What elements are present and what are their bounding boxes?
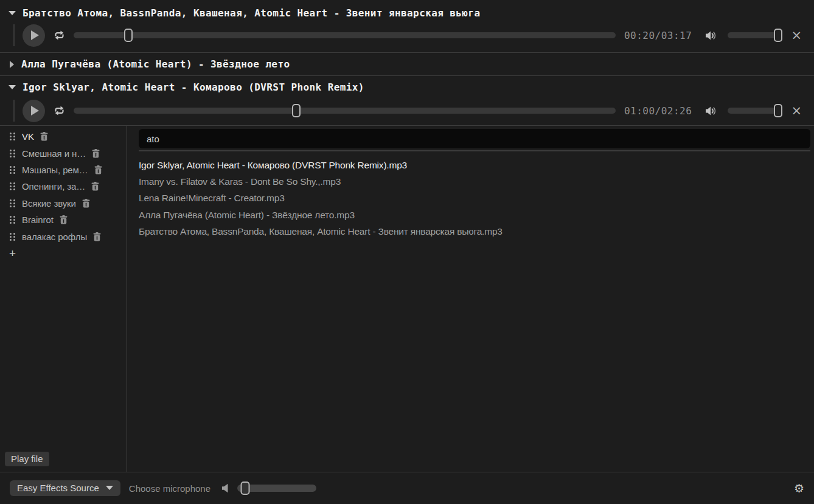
volume-slider[interactable]: [728, 32, 782, 38]
indent-line: [13, 100, 15, 122]
volume-handle[interactable]: [774, 104, 782, 117]
file-item[interactable]: Алла Пугачёва (Atomic Heart) - Звёздное …: [139, 207, 810, 223]
playlist-sidebar: VK Смешная и н… Мэшапы, рем…: [0, 126, 127, 472]
file-item[interactable]: Братство Атома, BassnPanda, Квашеная, At…: [139, 224, 810, 240]
close-icon[interactable]: ×: [791, 106, 802, 116]
delete-playlist-button[interactable]: [60, 215, 68, 224]
drag-handle-icon[interactable]: [10, 233, 15, 241]
microphone-volume-handle[interactable]: [241, 482, 250, 495]
player-controls-1: 00:20/03:17 ×: [0, 22, 814, 49]
sidebar-item-playlist[interactable]: Мэшапы, рем…: [0, 162, 127, 178]
sidebar-item-playlist[interactable]: Всякие звуки: [0, 195, 127, 212]
file-browser: Igor Sklyar, Atomic Heart - Комарово (DV…: [127, 126, 814, 472]
play-icon: [31, 30, 39, 40]
choose-microphone-label: Choose microphone: [129, 483, 210, 494]
playlist-label: Смешная и н…: [22, 148, 86, 159]
drag-handle-icon[interactable]: [10, 150, 15, 157]
sidebar-item-vk[interactable]: VK: [0, 128, 127, 145]
playlist-label: VK: [22, 131, 34, 142]
player-controls-3: 01:00/02:26 ×: [0, 98, 814, 123]
trash-icon: [92, 149, 100, 158]
delete-playlist-button[interactable]: [40, 132, 48, 141]
player-header-1[interactable]: Братство Атома, BassnPanda, Квашеная, At…: [0, 0, 814, 22]
repeat-icon[interactable]: [53, 105, 66, 117]
microphone-volume-slider[interactable]: [237, 485, 316, 492]
trash-icon: [94, 165, 102, 174]
trash-icon: [60, 215, 68, 224]
playlist-label: Всякие звуки: [22, 198, 76, 209]
volume-icon[interactable]: [704, 105, 718, 117]
trash-icon: [40, 132, 48, 141]
source-dropdown[interactable]: Easy Effects Source: [10, 480, 120, 496]
caret-right-icon[interactable]: [10, 61, 14, 68]
sidebar-item-playlist[interactable]: Смешная и н…: [0, 145, 127, 161]
caret-down-icon[interactable]: [9, 85, 16, 89]
sidebar-spacer: [0, 261, 127, 452]
drag-handle-icon[interactable]: [10, 133, 15, 140]
seek-slider[interactable]: [74, 108, 616, 114]
play-file-button[interactable]: Play file: [5, 452, 49, 466]
add-playlist-button[interactable]: +: [9, 247, 16, 259]
delete-playlist-button[interactable]: [91, 182, 99, 191]
trash-icon: [93, 232, 101, 241]
chevron-down-icon: [106, 486, 113, 490]
playlist-label: Опенинги, за…: [22, 181, 85, 192]
drag-handle-icon[interactable]: [10, 166, 15, 174]
play-icon: [31, 106, 39, 116]
players-section: Братство Атома, BassnPanda, Квашеная, At…: [0, 0, 814, 123]
seek-handle[interactable]: [124, 29, 133, 42]
sidebar-item-playlist[interactable]: валакас рофлы: [0, 228, 127, 244]
time-label: 00:20/03:17: [624, 30, 692, 41]
file-item[interactable]: Igor Sklyar, Atomic Heart - Комарово (DV…: [139, 157, 810, 173]
play-button[interactable]: [23, 24, 45, 47]
repeat-icon[interactable]: [53, 29, 66, 41]
add-playlist-row: +: [0, 245, 127, 261]
player-title: Братство Атома, BassnPanda, Квашеная, At…: [23, 7, 480, 19]
seek-handle[interactable]: [292, 104, 301, 117]
drag-handle-icon[interactable]: [10, 199, 15, 207]
file-list: Igor Sklyar, Atomic Heart - Комарово (DV…: [139, 157, 810, 240]
trash-icon: [82, 199, 90, 208]
file-item[interactable]: Imany vs. Filatov & Karas - Dont Be So S…: [139, 173, 810, 190]
play-button[interactable]: [23, 100, 45, 122]
file-item[interactable]: Lena Raine!Minecraft - Creator.mp3: [139, 190, 810, 207]
sidebar-item-playlist[interactable]: Опенинги, за…: [0, 178, 127, 195]
indent-line: [13, 24, 15, 46]
source-dropdown-label: Easy Effects Source: [17, 483, 99, 493]
close-icon[interactable]: ×: [791, 30, 802, 40]
drag-handle-icon[interactable]: [10, 216, 15, 224]
delete-playlist-button[interactable]: [94, 165, 102, 174]
trash-icon: [91, 182, 99, 191]
search-underline: [139, 150, 810, 151]
time-label: 01:00/02:26: [624, 105, 692, 117]
sidebar-item-playlist[interactable]: Brainrot: [0, 212, 127, 228]
delete-playlist-button[interactable]: [92, 149, 100, 158]
drag-handle-icon[interactable]: [10, 182, 15, 190]
playlist-label: Brainrot: [22, 215, 54, 225]
delete-playlist-button[interactable]: [82, 199, 90, 208]
main-region: VK Смешная и н… Мэшапы, рем…: [0, 125, 814, 472]
volume-slider[interactable]: [728, 108, 782, 114]
caret-down-icon[interactable]: [9, 11, 16, 15]
player-header-3[interactable]: Igor Sklyar, Atomic Heart - Комарово (DV…: [0, 76, 814, 98]
volume-icon[interactable]: [704, 30, 718, 41]
seek-slider[interactable]: [74, 32, 616, 38]
volume-handle[interactable]: [774, 29, 782, 42]
playlist-label: Мэшапы, рем…: [22, 165, 88, 175]
player-title: Igor Sklyar, Atomic Heart - Комарово (DV…: [23, 81, 364, 93]
player-header-2[interactable]: Алла Пугачёва (Atomic Heart) - Звёздное …: [0, 53, 814, 75]
bottom-bar: Easy Effects Source Choose microphone ⚙: [0, 472, 814, 504]
player-title: Алла Пугачёва (Atomic Heart) - Звёздное …: [21, 58, 290, 70]
muted-speaker-icon[interactable]: [221, 483, 229, 494]
search-input[interactable]: [139, 129, 810, 148]
delete-playlist-button[interactable]: [93, 232, 101, 241]
gear-icon[interactable]: ⚙: [794, 483, 804, 494]
playlist-label: валакас рофлы: [22, 232, 87, 242]
